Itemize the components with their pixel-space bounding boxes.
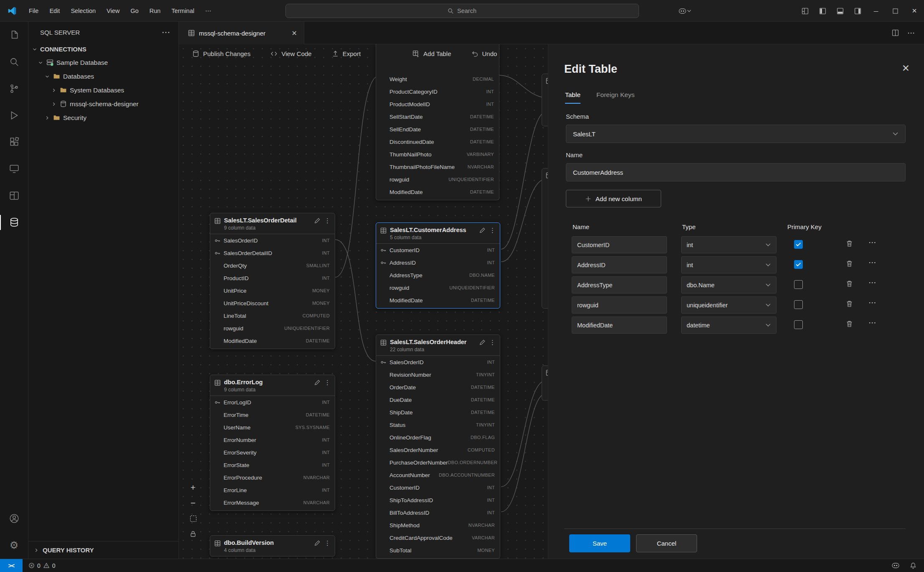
add-table-button[interactable]: Add Table [412,50,451,57]
cancel-button[interactable]: Cancel [636,534,697,552]
toggle-panel-icon[interactable] [831,3,849,18]
table-node-buildversion[interactable]: dbo.BuildVersion 4 column data ⋮ [210,535,335,557]
tab-foreign-keys[interactable]: Foreign Keys [596,91,634,104]
column-name-input[interactable] [572,296,667,314]
column-row[interactable]: AccountNumber DBO.ACCOUNTNUMBER [376,469,500,481]
remote-explorer-icon[interactable] [0,156,28,182]
tab-close-icon[interactable]: ✕ [292,29,297,37]
lock-canvas-button[interactable] [187,528,199,540]
mssql-schema-designer-icon[interactable] [0,209,28,236]
column-row[interactable]: Weight DECIMAL [376,73,499,85]
edit-pencil-icon[interactable] [314,218,320,224]
table-node-product-partial[interactable]: Weight DECIMAL ProductCategoryID INT Pro… [376,44,499,200]
primary-key-checkbox[interactable] [794,280,803,289]
column-row[interactable]: OnlineOrderFlag DBO.FLAG [376,431,500,444]
column-row[interactable]: SubTotal MONEY [376,544,500,557]
toggle-primary-sidebar-icon[interactable] [814,3,831,18]
column-name-input[interactable] [572,256,667,273]
column-row[interactable]: CustomerID INT [376,244,500,256]
extensions-icon[interactable] [0,129,28,156]
edit-pencil-icon[interactable] [479,227,485,233]
fit-view-button[interactable] [187,513,199,524]
column-row[interactable]: ModifiedDate DATETIME [376,294,500,306]
delete-column-icon[interactable] [846,280,853,287]
column-row[interactable]: UserName SYS.SYSNAME [210,421,335,434]
column-row[interactable]: ShipMethod NVARCHAR [376,519,500,531]
source-control-icon[interactable] [0,75,28,102]
column-row[interactable]: rowguid UNIQUEIDENTIFIER [376,281,500,294]
node-menu-icon[interactable]: ⋮ [324,379,331,386]
delete-column-icon[interactable] [846,320,853,327]
editor-layout-icon[interactable] [0,182,28,209]
view-code-button[interactable]: View Code [270,50,311,57]
editor-more-actions-icon[interactable]: ⋯ [907,28,915,38]
column-row[interactable]: ErrorTime DATETIME [210,409,335,421]
column-row[interactable]: SalesOrderID INT [376,356,500,368]
undo-button[interactable]: Undo [471,50,497,57]
menu-run[interactable]: Run [144,5,166,17]
minimize-button[interactable]: ─ [866,0,886,22]
table-node-customeraddress[interactable]: SalesLT.CustomerAddress 5 column data ⋮ … [376,222,500,309]
node-menu-icon[interactable]: ⋮ [489,227,496,234]
column-row[interactable]: ShipDate DATETIME [376,406,500,419]
column-type-select[interactable]: uniqueidentifier [681,296,776,314]
primary-key-checkbox[interactable] [794,320,803,329]
delete-column-icon[interactable] [846,260,853,267]
column-row[interactable]: ErrorProcedure NVARCHAR [210,471,335,484]
copilot-status-icon[interactable] [891,562,900,569]
column-row[interactable]: DueDate DATETIME [376,393,500,406]
column-row[interactable]: BillToAddressID INT [376,506,500,519]
node-menu-icon[interactable]: ⋮ [324,217,331,225]
column-row[interactable]: rowguid UNIQUEIDENTIFIER [210,322,335,335]
table-node-errorlog[interactable]: dbo.ErrorLog 9 column data ⋮ ErrorLogID … [210,375,335,511]
column-name-input[interactable] [572,317,667,334]
primary-key-checkbox[interactable] [794,300,803,309]
node-menu-icon[interactable]: ⋮ [324,539,331,547]
split-editor-icon[interactable] [892,29,899,36]
column-type-select[interactable]: int [681,236,776,253]
column-more-actions-icon[interactable]: ⋯ [868,258,877,267]
column-row[interactable]: SalesOrderNumber COMPUTED [376,444,500,456]
primary-key-checkbox[interactable] [794,260,803,269]
column-row[interactable]: CustomerID INT [376,481,500,494]
menu-go[interactable]: Go [125,5,144,17]
zoom-in-button[interactable]: + [187,482,199,493]
export-button[interactable]: Export [332,50,361,57]
sidebar-item-mssql-schema-designer[interactable]: mssql-schema-designer [28,97,178,111]
account-icon[interactable] [0,505,28,532]
edit-pencil-icon[interactable] [314,540,320,546]
explorer-icon[interactable] [0,22,28,49]
column-row[interactable]: ThumbNailPhoto VARBINARY [376,148,499,161]
schema-select[interactable]: SalesLT [566,125,906,143]
column-row[interactable]: RevisionNumber TINYINT [376,368,500,381]
column-type-select[interactable]: dbo.Name [681,276,776,294]
column-row[interactable]: UnitPrice MONEY [210,284,335,297]
column-row[interactable]: DiscontinuedDate DATETIME [376,135,499,148]
column-row[interactable]: OrderQty SMALLINT [210,259,335,272]
menu-terminal[interactable]: Terminal [166,5,200,17]
column-row[interactable]: ErrorLogID INT [210,396,335,409]
toggle-secondary-sidebar-icon[interactable] [849,3,866,18]
column-row[interactable]: ErrorState INT [210,459,335,471]
column-row[interactable]: OrderDate DATETIME [376,381,500,393]
column-row[interactable]: ModifiedDate DATETIME [376,186,499,198]
column-name-input[interactable] [572,236,667,253]
copilot-menu[interactable] [678,8,692,14]
column-row[interactable]: ProductCategoryID INT [376,85,499,98]
column-more-actions-icon[interactable]: ⋯ [868,298,877,307]
column-row[interactable]: ErrorNumber INT [210,434,335,446]
column-row[interactable]: SellStartDate DATETIME [376,110,499,123]
column-row[interactable]: SalesOrderID INT [210,234,335,247]
sidebar-item-system-databases[interactable]: System Databases [28,83,178,97]
settings-gear-icon[interactable]: ⚙ [0,532,28,559]
menu-edit[interactable]: Edit [44,5,65,17]
column-row[interactable]: CreditCardApprovalCode VARCHAR [376,531,500,544]
node-menu-icon[interactable]: ⋮ [489,339,496,346]
column-row[interactable]: ProductID INT [210,272,335,284]
column-row[interactable]: PurchaseOrderNumber DBO.ORDERNUMBER [376,456,500,469]
query-history-section[interactable]: QUERY HISTORY [28,541,178,559]
close-window-button[interactable]: ✕ [905,0,924,22]
menu-selection[interactable]: Selection [65,5,101,17]
delete-column-icon[interactable] [846,240,853,247]
column-row[interactable]: ShipToAddressID INT [376,494,500,506]
